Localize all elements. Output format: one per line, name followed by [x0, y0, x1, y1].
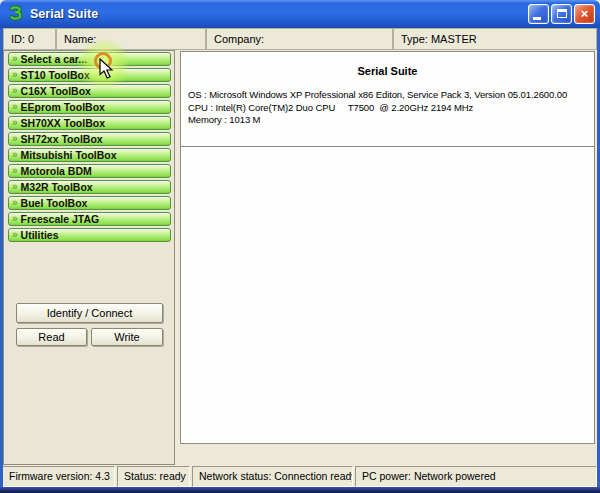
sidebar-item-label: Utilities: [21, 229, 59, 241]
chevron-icon: »: [12, 54, 18, 64]
cpu-info-line: CPU : Intel(R) Core(TM)2 Duo CPU T7500 @…: [188, 102, 594, 115]
sidebar-item-label: EEprom ToolBox: [21, 101, 105, 113]
status-ready: Status: ready: [117, 466, 190, 487]
close-icon: ×: [575, 5, 594, 23]
title-bar: Serial Suite ×: [0, 0, 600, 28]
sidebar-item-label: Select a car...: [21, 53, 88, 65]
header-type-field: Type: MASTER: [393, 28, 597, 50]
write-button[interactable]: Write: [91, 328, 163, 346]
os-info-line: OS : Microsoft Windows XP Professional x…: [188, 89, 594, 102]
window-border-bottom: [0, 487, 600, 493]
chevron-icon: »: [12, 102, 18, 112]
sidebar-item-label: Freescale JTAG: [21, 213, 100, 225]
chevron-icon: »: [12, 86, 18, 96]
main-panel-title: Serial Suite: [181, 65, 594, 77]
sidebar-item-label: Mitsubishi ToolBox: [21, 149, 117, 161]
sidebar-item-sh72xx-toolbox[interactable]: » SH72xx ToolBox: [8, 132, 171, 146]
close-button[interactable]: ×: [574, 4, 595, 24]
serial-suite-window: Serial Suite × ID: 0 Name: Company: Type…: [0, 0, 600, 493]
window-border-left: [0, 28, 3, 493]
chevron-icon: »: [12, 70, 18, 80]
status-network: Network status: Connection ready: [192, 466, 353, 487]
panel-divider: [181, 146, 594, 148]
status-pc-power: PC power: Network powered: [355, 466, 597, 487]
minimize-button[interactable]: [528, 4, 549, 24]
sidebar-item-m32r-toolbox[interactable]: » M32R ToolBox: [8, 180, 171, 194]
sidebar-item-label: Buel ToolBox: [21, 197, 88, 209]
sidebar-item-c16x-toolbox[interactable]: » C16X ToolBox: [8, 84, 171, 98]
maximize-button[interactable]: [551, 4, 572, 24]
chevron-icon: »: [12, 166, 18, 176]
sidebar-item-label: SH72xx ToolBox: [21, 133, 103, 145]
chevron-icon: »: [12, 134, 18, 144]
sidebar-item-label: M32R ToolBox: [21, 181, 93, 193]
chevron-icon: »: [12, 182, 18, 192]
sidebar-item-label: Motorola BDM: [21, 165, 92, 177]
app-logo-icon: [7, 5, 25, 23]
sidebar-item-buel-toolbox[interactable]: » Buel ToolBox: [8, 196, 171, 210]
identify-connect-button[interactable]: Identify / Connect: [16, 303, 163, 323]
sidebar-item-select-a-car[interactable]: » Select a car...: [8, 52, 171, 66]
sidebar-item-mitsubishi-toolbox[interactable]: » Mitsubishi ToolBox: [8, 148, 171, 162]
sidebar-panel: » Select a car... » ST10 ToolBox » C16X …: [3, 50, 175, 465]
chevron-icon: »: [12, 118, 18, 128]
sidebar-item-freescale-jtag[interactable]: » Freescale JTAG: [8, 212, 171, 226]
minimize-icon: [533, 17, 541, 20]
main-panel: Serial Suite OS : Microsoft Windows XP P…: [180, 51, 595, 444]
header-name-field: Name:: [56, 28, 206, 50]
maximize-icon: [557, 9, 567, 18]
chevron-icon: »: [12, 230, 18, 240]
sidebar-item-sh70xx-toolbox[interactable]: » SH70XX ToolBox: [8, 116, 171, 130]
sidebar-item-eeprom-toolbox[interactable]: » EEprom ToolBox: [8, 100, 171, 114]
sidebar-item-motorola-bdm[interactable]: » Motorola BDM: [8, 164, 171, 178]
sidebar-item-st10-toolbox[interactable]: » ST10 ToolBox: [8, 68, 171, 82]
sidebar-item-label: SH70XX ToolBox: [21, 117, 105, 129]
read-button[interactable]: Read: [16, 328, 87, 346]
memory-info-line: Memory : 1013 M: [188, 114, 594, 127]
sidebar-item-label: C16X ToolBox: [21, 85, 91, 97]
sidebar-item-utilities[interactable]: » Utilities: [8, 228, 171, 242]
system-info: OS : Microsoft Windows XP Professional x…: [188, 89, 594, 127]
sidebar-item-label: ST10 ToolBox: [21, 69, 90, 81]
chevron-icon: »: [12, 214, 18, 224]
status-firmware-version: Firmware version: 4.3: [2, 466, 115, 487]
window-title: Serial Suite: [30, 7, 526, 21]
chevron-icon: »: [12, 198, 18, 208]
header-id-field: ID: 0: [3, 28, 56, 50]
header-company-field: Company:: [206, 28, 393, 50]
chevron-icon: »: [12, 150, 18, 160]
